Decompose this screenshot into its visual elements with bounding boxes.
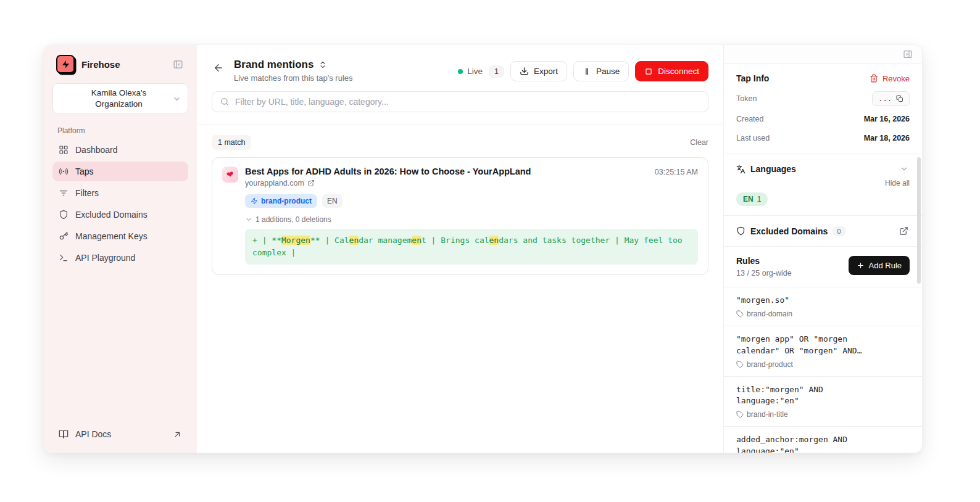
rule-item[interactable]: "morgen.so" brand-domain — [724, 287, 922, 326]
tap-switcher-button[interactable] — [317, 59, 328, 70]
site-favicon: ❤ — [222, 167, 238, 183]
panel-scrollbar[interactable] — [917, 157, 921, 284]
diff-summary-toggle[interactable]: 1 additions, 0 deletions — [245, 215, 331, 224]
rule-tag-label: brand-product — [747, 360, 793, 369]
external-link-icon — [899, 226, 908, 236]
firehose-logo — [56, 55, 75, 73]
pause-button[interactable]: Pause — [573, 61, 629, 81]
arrow-left-icon — [213, 62, 224, 73]
export-button[interactable]: Export — [510, 61, 567, 81]
rule-tag-label: brand-domain — [747, 310, 792, 318]
match-timestamp: 03:25:15 AM — [655, 168, 698, 187]
add-rule-label: Add Rule — [869, 261, 902, 270]
languages-section: Languages Hide all EN 1 — [724, 154, 922, 216]
rule-tag: brand-product — [736, 360, 910, 369]
pause-label: Pause — [596, 67, 620, 76]
revoke-label: Revoke — [882, 74, 910, 83]
rule-tag: brand-domain — [736, 310, 910, 318]
sidebar-item-label: Dashboard — [75, 145, 118, 155]
sidebar-item-management-keys[interactable]: Management Keys — [52, 226, 188, 246]
rule-item[interactable]: added_anchor:morgen AND language:"en" ba… — [724, 427, 922, 453]
clear-button[interactable]: Clear — [690, 138, 708, 147]
pause-icon — [583, 67, 591, 76]
page-subtitle: Live matches from this tap's rules — [234, 73, 449, 83]
org-selector[interactable]: Kamila Olexa's Organization — [52, 83, 188, 114]
zap-icon — [251, 197, 258, 205]
external-link-icon — [307, 179, 315, 187]
match-card[interactable]: ❤ Best Apps for ADHD Adults in 2026: How… — [212, 157, 708, 275]
shield-icon — [59, 210, 69, 220]
created-label: Created — [736, 115, 763, 123]
add-rule-button[interactable]: Add Rule — [849, 256, 910, 275]
rule-tag: brand-in-title — [736, 410, 910, 419]
excluded-domains-open-button[interactable] — [898, 225, 910, 237]
grid-icon — [59, 145, 69, 155]
rule-item[interactable]: "morgen app" OR "morgen calendar" OR "mo… — [724, 326, 922, 377]
rule-query: "morgen app" OR "morgen calendar" OR "mo… — [736, 334, 884, 357]
app-title: Firehose — [81, 59, 165, 70]
sidebar-item-api-docs[interactable]: API Docs — [52, 424, 188, 444]
revoke-button[interactable]: Revoke — [870, 74, 910, 83]
hide-all-button[interactable]: Hide all — [885, 179, 910, 187]
sidebar-item-label: Management Keys — [75, 231, 147, 241]
created-row: Created Mar 16, 2026 — [736, 113, 910, 125]
sidebar-item-excluded-domains[interactable]: Excluded Domains — [52, 205, 188, 224]
panel-collapse-button[interactable] — [902, 48, 914, 60]
back-button[interactable] — [212, 60, 225, 76]
live-label: Live — [467, 67, 483, 76]
sidebar-item-dashboard[interactable]: Dashboard — [52, 140, 188, 160]
tap-info-section: Tap Info Revoke Token ... Created Mar 16… — [724, 64, 922, 154]
token-row: Token ... — [736, 91, 910, 106]
sidebar-item-api-playground[interactable]: API Playground — [52, 248, 188, 268]
live-status: Live — [458, 67, 483, 76]
sidebar-item-label: API Docs — [75, 429, 166, 439]
sidebar-collapse-button[interactable] — [172, 58, 185, 71]
platform-section-label: Platform — [57, 126, 183, 135]
chevron-down-icon — [172, 94, 181, 104]
title-block: Brand mentions Live matches from this ta… — [234, 59, 449, 83]
main-area: Brand mentions Live matches from this ta… — [197, 45, 723, 453]
language-filter-pill[interactable]: EN 1 — [736, 192, 768, 206]
languages-collapse-button[interactable] — [899, 163, 910, 175]
sidebar-item-filters[interactable]: Filters — [52, 183, 188, 203]
panel-left-icon — [173, 59, 183, 70]
filter-search-input[interactable] — [235, 97, 700, 107]
created-value: Mar 16, 2026 — [864, 115, 910, 123]
language-code: EN — [743, 195, 754, 204]
token-label: Token — [736, 94, 757, 103]
rules-title: Rules — [736, 256, 792, 266]
badge-row: brand-product EN — [245, 194, 698, 208]
lightning-icon — [61, 60, 70, 69]
details-panel: Tap Info Revoke Token ... Created Mar 16… — [723, 45, 922, 453]
rule-item[interactable]: title:"morgen" AND language:"en" brand-i… — [724, 377, 922, 427]
filter-search-bar — [212, 91, 708, 112]
rule-query: added_anchor:morgen AND language:"en" — [736, 434, 884, 453]
live-count-badge: 1 — [489, 65, 504, 78]
rule-tag-badge[interactable]: brand-product — [245, 194, 317, 208]
export-label: Export — [534, 67, 558, 76]
last-used-value: Mar 18, 2026 — [864, 134, 910, 142]
sidebar-item-label: Filters — [75, 188, 99, 198]
broadcast-icon — [59, 167, 69, 176]
panel-topbar — [724, 45, 922, 64]
chevron-down-icon — [245, 216, 252, 223]
rule-query: title:"morgen" AND language:"en" — [736, 384, 884, 408]
live-dot-icon — [458, 69, 463, 74]
stop-icon — [644, 67, 653, 76]
trash-icon — [870, 74, 878, 83]
rules-subtitle: 13 / 25 org-wide — [736, 269, 792, 278]
diff-line: + | **Morgen** | Calendar management | B… — [252, 234, 684, 259]
diff-summary-label: 1 additions, 0 deletions — [255, 215, 331, 224]
copy-icon — [896, 95, 903, 102]
sidebar-item-taps[interactable]: Taps — [52, 162, 188, 181]
sidebar-nav: Dashboard Taps Filters Excluded Domains … — [52, 140, 188, 268]
rule-query: "morgen.so" — [736, 295, 884, 307]
brand-row: Firehose — [52, 55, 188, 73]
tag-icon — [736, 361, 744, 368]
languages-title: Languages — [750, 164, 894, 174]
disconnect-label: Disconnect — [658, 67, 699, 76]
token-copy-button[interactable]: ... — [872, 91, 910, 106]
disconnect-button[interactable]: Disconnect — [635, 61, 708, 81]
excluded-domains-count: 0 — [833, 226, 845, 236]
match-url[interactable]: yourappland.com — [245, 179, 648, 187]
